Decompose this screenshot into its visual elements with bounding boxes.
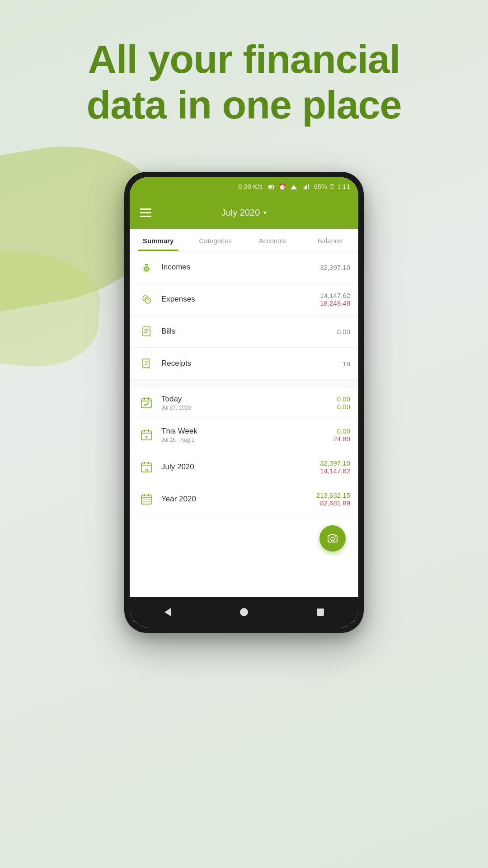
list-item-july-2020[interactable]: 31 July 2020 32,397.10 14,147.62 <box>130 451 358 483</box>
list-item-incomes[interactable]: $ Incomes 32,397.10 <box>130 251 358 283</box>
calendar-grid-icon <box>138 491 155 508</box>
dropdown-arrow-icon: ▾ <box>263 209 267 216</box>
svg-text:$: $ <box>145 268 148 272</box>
svg-rect-7 <box>308 184 309 189</box>
this-week-value: 0.00 24.80 <box>333 427 350 443</box>
svg-point-14 <box>144 297 147 300</box>
list-item-expenses[interactable]: Expenses 14,147.62 18,249.48 <box>130 283 358 316</box>
july-2020-label: July 2020 <box>161 462 320 472</box>
svg-rect-46 <box>148 501 150 502</box>
tab-accounts[interactable]: Accounts <box>244 229 301 251</box>
bills-icon <box>138 323 155 340</box>
receipts-icon <box>138 355 155 372</box>
svg-rect-2 <box>269 186 272 188</box>
headline-text: All your financial data in one place <box>36 36 452 127</box>
tab-categories[interactable]: Categories <box>187 229 244 251</box>
calendar-7-icon: 7 <box>138 426 155 443</box>
svg-rect-44 <box>143 501 145 502</box>
bills-value: 0.00 <box>337 328 350 335</box>
this-week-label: This Week Jul 26 - Aug 1 <box>161 427 333 443</box>
svg-rect-42 <box>145 499 147 500</box>
tabs-row: Summary Categories Accounts Balance <box>130 229 358 251</box>
today-label: Today Jul 27, 2020 <box>161 395 337 411</box>
money-bag-icon: $ <box>138 259 155 276</box>
svg-rect-43 <box>148 499 150 500</box>
svg-rect-1 <box>273 187 274 188</box>
bills-label: Bills <box>161 327 337 336</box>
coins-icon <box>138 291 155 308</box>
tab-balance[interactable]: Balance <box>301 229 359 251</box>
svg-rect-6 <box>306 185 307 189</box>
camera-fab-button[interactable] <box>319 525 346 552</box>
phone-mockup: 0.20 K/s ⏰ 65% ⏱ 1:11 July 2020 ▾ <box>124 172 364 633</box>
content-list: $ Incomes 32,397.10 <box>130 251 358 597</box>
phone-screen: 0.20 K/s ⏰ 65% ⏱ 1:11 July 2020 ▾ <box>130 177 358 627</box>
svg-rect-23 <box>141 399 151 408</box>
calendar-check-icon <box>138 394 155 411</box>
svg-point-15 <box>146 299 149 302</box>
incomes-label: Incomes <box>161 263 320 272</box>
year-2020-label: Year 2020 <box>161 495 316 504</box>
phone-outer-shell: 0.20 K/s ⏰ 65% ⏱ 1:11 July 2020 ▾ <box>124 172 364 633</box>
list-item-bills[interactable]: Bills 0.00 <box>130 316 358 348</box>
receipts-label: Receipts <box>161 359 343 368</box>
tab-summary[interactable]: Summary <box>130 229 187 251</box>
svg-rect-41 <box>143 499 145 500</box>
svg-rect-51 <box>317 609 324 616</box>
month-year-label: July 2020 <box>221 208 260 218</box>
july-2020-value: 32,397.10 14,147.62 <box>320 459 350 475</box>
svg-text:31: 31 <box>145 468 149 472</box>
svg-rect-45 <box>145 501 147 502</box>
list-item-receipts[interactable]: Receipts 18 <box>130 348 358 380</box>
back-button[interactable] <box>160 604 175 620</box>
header-title-group[interactable]: July 2020 ▾ <box>221 208 267 218</box>
svg-rect-4 <box>304 187 305 189</box>
svg-text:7: 7 <box>145 435 147 440</box>
recents-button[interactable] <box>313 604 328 620</box>
headline-section: All your financial data in one place <box>0 36 488 127</box>
today-value: 0.00 0.00 <box>337 395 350 410</box>
bottom-nav-bar <box>130 597 358 627</box>
home-button[interactable] <box>236 604 252 620</box>
calendar-31-icon: 31 <box>138 458 155 476</box>
hamburger-button[interactable] <box>140 208 151 217</box>
svg-point-48 <box>335 536 336 537</box>
list-item-today[interactable]: Today Jul 27, 2020 0.00 0.00 <box>130 387 358 419</box>
expenses-label: Expenses <box>161 295 320 304</box>
svg-marker-49 <box>164 608 171 616</box>
section-divider <box>130 380 358 387</box>
app-header: July 2020 ▾ <box>130 196 358 229</box>
year-2020-value: 213,632.15 82,681.89 <box>316 491 350 507</box>
svg-rect-16 <box>143 327 150 336</box>
svg-rect-5 <box>305 186 306 189</box>
svg-marker-3 <box>291 185 297 189</box>
svg-point-47 <box>331 537 334 541</box>
list-item-year-2020[interactable]: Year 2020 213,632.15 82,681.89 <box>130 483 358 515</box>
status-bar-text: 0.20 K/s ⏰ 65% ⏱ 1:11 <box>239 183 350 190</box>
status-bar: 0.20 K/s ⏰ 65% ⏱ 1:11 <box>130 177 358 196</box>
incomes-value: 32,397.10 <box>320 264 350 271</box>
expenses-value: 14,147.62 18,249.48 <box>320 292 350 307</box>
list-item-this-week[interactable]: 7 This Week Jul 26 - Aug 1 0.00 24.80 <box>130 419 358 451</box>
receipts-value: 18 <box>343 360 350 368</box>
svg-point-50 <box>240 608 248 616</box>
